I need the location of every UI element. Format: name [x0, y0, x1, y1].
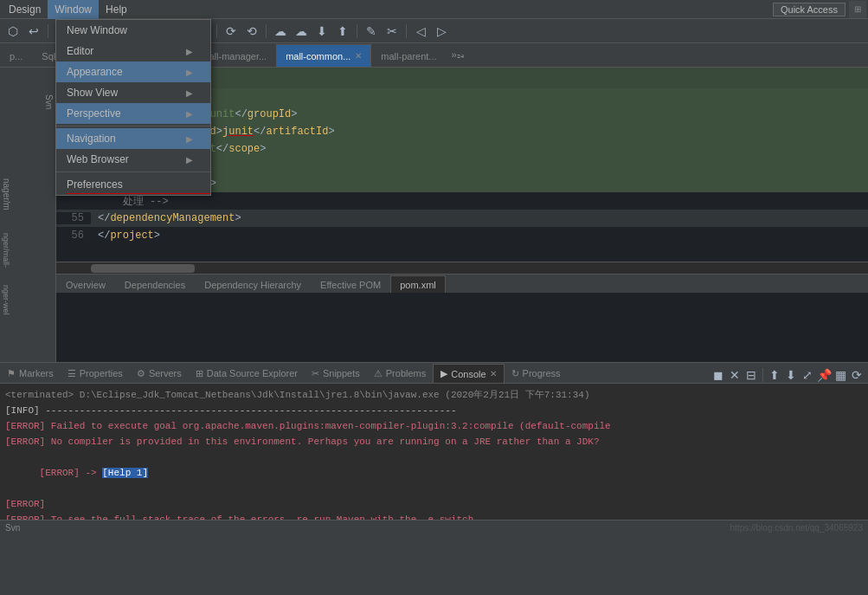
- menu-help[interactable]: Help: [99, 0, 134, 19]
- navigation-arrow: ▶: [186, 134, 193, 144]
- toolbar-btn-2[interactable]: ↩: [24, 22, 43, 41]
- console-error-5: [ERROR] To see the full stack trace of t…: [5, 512, 863, 520]
- menu-window[interactable]: Window: [48, 0, 99, 19]
- console-terminated: <terminated> D:\Eclipse_Jdk_Tomcat_Netbe…: [5, 387, 863, 403]
- problems-icon: ⚠: [374, 368, 383, 379]
- console-tab-datasource[interactable]: ⊞ Data Source Explorer: [189, 364, 305, 383]
- console-tab-problems[interactable]: ⚠ Problems: [367, 364, 433, 383]
- datasource-icon: ⊞: [196, 368, 203, 379]
- servers-icon: ⚙: [137, 368, 145, 379]
- console-btn-8[interactable]: ▦: [833, 367, 848, 383]
- toolbar-btn-19[interactable]: ▷: [432, 22, 451, 41]
- console-btn-3[interactable]: ⊟: [743, 367, 759, 383]
- sidebar-svn-1[interactable]: Svn: [0, 68, 55, 137]
- appearance-arrow: ▶: [186, 68, 193, 77]
- tab-effective-pom[interactable]: Effective POM: [311, 275, 390, 293]
- sidebar-manager[interactable]: nager/m: [0, 171, 55, 217]
- toolbar-sep-1: [48, 24, 48, 38]
- properties-icon: ☰: [68, 368, 76, 379]
- console-btn-6[interactable]: ⤢: [800, 367, 815, 383]
- web-browser-arrow: ▶: [186, 155, 193, 165]
- menu-new-window[interactable]: New Window: [56, 20, 210, 41]
- tab-p[interactable]: p...: [0, 44, 32, 67]
- tab-mall-common-label: mall-common...: [286, 51, 350, 61]
- show-view-arrow: ▶: [186, 88, 193, 98]
- toolbar-btn-11[interactable]: ⟲: [242, 22, 261, 41]
- toolbar-sep-4: [216, 24, 217, 38]
- console-help-link[interactable]: [Help 1]: [102, 468, 148, 478]
- perspective-btn[interactable]: ⊞: [849, 1, 866, 18]
- code-line-55: 55 </dependencyManagement>: [56, 210, 868, 227]
- console-tab-bar: ⚑ Markers ☰ Properties ⚙ Servers ⊞ Data …: [0, 363, 868, 384]
- toolbar-btn-13[interactable]: ☁: [292, 22, 311, 41]
- console-error-3: [ERROR] -> [Help 1]: [5, 449, 863, 496]
- toolbar-btn-15[interactable]: ⬆: [333, 22, 352, 41]
- toolbar-btn-10[interactable]: ⟳: [222, 22, 241, 41]
- editor-arrow: ▶: [186, 47, 193, 56]
- console-btn-9[interactable]: ⟳: [849, 367, 865, 383]
- tab-overflow[interactable]: »₂₄: [447, 49, 469, 61]
- menu-bar: Design Window Help Quick Access ⊞: [0, 0, 868, 19]
- console-tab-close[interactable]: ✕: [490, 369, 497, 378]
- menu-design[interactable]: Design: [2, 0, 48, 19]
- console-btn-5[interactable]: ⬇: [783, 367, 799, 383]
- menu-editor[interactable]: Editor ▶: [56, 41, 210, 61]
- code-line-56: 56 </project>: [56, 227, 868, 244]
- menu-sep-1: [56, 126, 210, 126]
- quick-access-button[interactable]: Quick Access: [773, 3, 845, 16]
- console-tab-markers[interactable]: ⚑ Markers: [0, 364, 61, 383]
- markers-icon: ⚑: [7, 368, 16, 379]
- tab-dep-hierarchy[interactable]: Dependency Hierarchy: [195, 275, 311, 293]
- tab-mall-parent-label: mall-parent...: [381, 51, 436, 61]
- menu-preferences[interactable]: Preferences: [56, 174, 210, 195]
- watermark: https://blog.csdn.net/qq_34065923: [730, 523, 863, 533]
- tab-mall-parent[interactable]: mall-parent...: [371, 44, 446, 67]
- sidebar-mall[interactable]: nger/mall-: [0, 226, 55, 275]
- console-tab-snippets[interactable]: ✂ Snippets: [305, 364, 367, 383]
- console-btn-7[interactable]: 📌: [816, 367, 832, 383]
- tab-dependencies[interactable]: Dependencies: [115, 275, 195, 293]
- console-tab-progress[interactable]: ↻ Progress: [505, 364, 568, 383]
- toolbar-btn-17[interactable]: ✂: [383, 22, 402, 41]
- console-output: <terminated> D:\Eclipse_Jdk_Tomcat_Netbe…: [0, 384, 868, 520]
- sidebar-welcome[interactable]: nger-wel: [0, 278, 55, 322]
- console-tab-servers[interactable]: ⚙ Servers: [130, 364, 189, 383]
- console-info-line: [INFO] ---------------------------------…: [5, 403, 863, 418]
- toolbar-btn-12[interactable]: ☁: [271, 22, 290, 41]
- h-scrollbar[interactable]: [91, 264, 195, 273]
- menu-show-view[interactable]: Show View ▶: [56, 82, 210, 103]
- tab-pom-xml[interactable]: pom.xml: [390, 275, 446, 293]
- menu-navigation[interactable]: Navigation ▶: [56, 128, 210, 149]
- tab-mall-common[interactable]: mall-common... ✕: [276, 44, 371, 67]
- toolbar-btn-16[interactable]: ✎: [362, 22, 381, 41]
- menu-perspective[interactable]: Perspective ▶: [56, 103, 210, 124]
- status-bar: Svn https://blog.csdn.net/qq_34065923: [0, 520, 868, 535]
- console-icon: ▶: [440, 368, 447, 379]
- toolbar-sep-7: [406, 24, 407, 38]
- console-sep-1: [762, 368, 763, 382]
- console-btn-4[interactable]: ⬆: [767, 367, 782, 383]
- toolbar-btn-1[interactable]: ⬡: [3, 22, 23, 41]
- console-error-1: [ERROR] Failed to execute goal org.apach…: [5, 418, 863, 434]
- menu-sep-2: [56, 171, 210, 172]
- console-panel: ⚑ Markers ☰ Properties ⚙ Servers ⊞ Data …: [0, 362, 868, 535]
- console-error-2: [ERROR] No compiler is provided in this …: [5, 434, 863, 449]
- left-sidebar: Svn nager/m nger/mall- nger-wel: [0, 68, 56, 362]
- console-clear-btn[interactable]: ✕: [727, 367, 743, 383]
- menu-web-browser[interactable]: Web Browser ▶: [56, 149, 210, 170]
- console-tab-properties[interactable]: ☰ Properties: [61, 364, 130, 383]
- tab-overview[interactable]: Overview: [56, 275, 115, 293]
- toolbar-sep-5: [266, 24, 267, 38]
- toolbar-btn-14[interactable]: ⬇: [312, 22, 331, 41]
- toolbar-sep-6: [357, 24, 357, 38]
- window-dropdown: New Window Editor ▶ Appearance ▶ Show Vi…: [55, 19, 211, 196]
- console-tab-console[interactable]: ▶ Console ✕: [433, 364, 504, 383]
- menu-appearance[interactable]: Appearance ▶: [56, 61, 210, 82]
- tab-mall-common-close[interactable]: ✕: [355, 51, 362, 61]
- editor-bottom-tabs: Overview Dependencies Dependency Hierarc…: [56, 274, 868, 293]
- svn-status: Svn: [5, 523, 20, 533]
- console-error-4: [ERROR]: [5, 496, 863, 512]
- console-stop-btn[interactable]: ◼: [710, 367, 726, 383]
- toolbar-btn-18[interactable]: ◁: [411, 22, 430, 41]
- tab-p-label: p...: [10, 51, 23, 61]
